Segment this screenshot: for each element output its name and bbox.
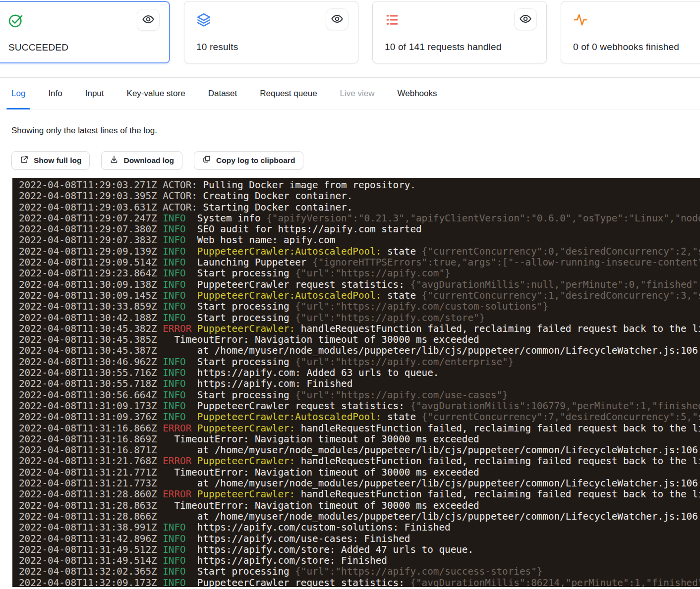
results-count-label: 10 results <box>196 42 238 53</box>
download-log-label: Download log <box>123 156 174 165</box>
pulse-icon <box>573 12 588 27</box>
log-line: 2022-04-08T11:29:03.271Z ACTOR: Pulling … <box>19 180 700 191</box>
tab-input[interactable]: Input <box>85 78 104 109</box>
log-level-info: INFO <box>163 257 185 268</box>
log-timestamp: 2022-04-08T11:29:23.864Z <box>19 268 163 279</box>
log-level-info: INFO <box>163 290 185 301</box>
log-text: handleRequestFunction failed, reclaiming… <box>295 423 700 434</box>
log-text: PuppeteerCrawler request statistics: <box>186 577 410 587</box>
log-line: 2022-04-08T11:30:55.718Z INFO https://ap… <box>19 378 700 389</box>
log-text: {"ignoreHTTPSErrors":true,"args":["--all… <box>312 257 700 268</box>
tab-dataset[interactable]: Dataset <box>208 78 237 109</box>
log-text: handleRequestFunction failed, reclaiming… <box>295 455 700 467</box>
log-text: PuppeteerCrawler: <box>191 323 295 334</box>
log-level-info: INFO <box>163 213 185 224</box>
log-text: TimeoutError: Navigation timeout of 3000… <box>163 433 479 445</box>
log-timestamp: 2022-04-08T11:31:21.773Z <box>19 478 163 489</box>
download-log-button[interactable]: Download log <box>101 151 182 170</box>
log-line: 2022-04-08T11:31:21.771Z TimeoutError: N… <box>19 467 700 478</box>
log-timestamp: 2022-04-08T11:29:03.395Z ACTOR: <box>19 190 203 202</box>
log-line: 2022-04-08T11:31:16.869Z TimeoutError: N… <box>19 434 700 445</box>
log-text: at /home/myuser/node_modules/puppeteer/l… <box>163 478 700 489</box>
log-timestamp: 2022-04-08T11:30:45.385Z <box>19 334 163 345</box>
log-line: 2022-04-08T11:32:02.365Z INFO Start proc… <box>19 566 700 577</box>
log-text: state <box>381 411 421 423</box>
external-link-icon <box>20 155 29 166</box>
log-timestamp: 2022-04-08T11:31:28.866Z <box>19 511 163 522</box>
log-notice: Showing only the latest lines of the log… <box>11 126 700 136</box>
log-output[interactable]: 2022-04-08T11:29:03.271Z ACTOR: Pulling … <box>12 178 700 587</box>
log-line: 2022-04-08T11:31:42.896Z INFO https://ap… <box>19 534 700 544</box>
tab-webhooks[interactable]: Webhooks <box>398 78 437 109</box>
log-timestamp: 2022-04-08T11:30:55.716Z <box>19 367 163 378</box>
card-requests: 10 of 141 requests handled <box>372 1 547 63</box>
log-text: {"currentConcurrency":1,"desiredConcurre… <box>422 290 700 301</box>
log-timestamp: 2022-04-08T11:31:16.871Z <box>19 444 163 456</box>
tab-live-view: Live view <box>340 78 375 109</box>
card-eye-button[interactable] <box>326 8 349 30</box>
log-level-info: INFO <box>163 411 185 423</box>
log-text: Start processing <box>186 312 295 323</box>
log-text: handleRequestFunction failed, reclaiming… <box>295 488 700 500</box>
log-text: Start processing <box>186 301 295 312</box>
log-actions: Show full log Download log Copy log to c… <box>11 151 700 170</box>
log-level-info: INFO <box>163 522 185 533</box>
log-level-info: INFO <box>163 367 185 378</box>
log-text: TimeoutError: Navigation timeout of 3000… <box>163 467 479 478</box>
log-text: at /home/myuser/node_modules/puppeteer/l… <box>163 511 700 522</box>
log-line: 2022-04-08T11:31:21.773Z at /home/myuser… <box>19 478 700 489</box>
log-text: https://apify.com: Added 63 urls to queu… <box>186 367 439 378</box>
check-circle-icon <box>8 13 23 28</box>
log-timestamp: 2022-04-08T11:30:33.859Z <box>19 301 163 312</box>
log-text: at /home/myuser/node_modules/puppeteer/l… <box>163 444 700 456</box>
log-text: TimeoutError: Navigation timeout of 3000… <box>163 334 479 345</box>
log-line: 2022-04-08T11:31:28.866Z at /home/myuser… <box>19 511 700 522</box>
copy-log-button[interactable]: Copy log to clipboard <box>194 151 303 170</box>
card-eye-button[interactable] <box>137 9 160 31</box>
log-line: 2022-04-08T11:31:09.376Z INFO PuppeteerC… <box>19 412 700 423</box>
log-line: 2022-04-08T11:30:45.385Z TimeoutError: N… <box>19 334 700 345</box>
log-text: System info <box>186 213 267 224</box>
log-line: 2022-04-08T11:30:55.716Z INFO https://ap… <box>19 368 700 378</box>
log-level-info: INFO <box>163 400 185 412</box>
log-text: https://apify.com/custom-solutions: Fini… <box>186 522 451 533</box>
list-icon <box>385 12 400 27</box>
log-level-info: INFO <box>163 544 185 555</box>
log-level-info: INFO <box>163 301 185 312</box>
log-timestamp: 2022-04-08T11:31:09.173Z <box>19 400 163 412</box>
log-text: Start processing <box>186 356 295 368</box>
eye-icon <box>142 13 155 27</box>
log-text: Creating Docker container. <box>203 190 352 202</box>
log-level-info: INFO <box>163 577 185 587</box>
card-eye-button[interactable] <box>514 8 537 30</box>
tab-info[interactable]: Info <box>48 78 62 109</box>
log-timestamp: 2022-04-08T11:30:45.387Z <box>19 345 163 356</box>
log-timestamp: 2022-04-08T11:31:49.514Z <box>19 555 163 566</box>
tab-log[interactable]: Log <box>11 78 25 109</box>
log-text: {"avgDurationMillis":null,"perMinute":0,… <box>410 279 700 290</box>
log-text: {"url":"https://apify.com/custom-solutio… <box>295 301 548 312</box>
tab-key-value-store[interactable]: Key-value store <box>127 78 185 109</box>
log-level-info: INFO <box>163 279 185 290</box>
tab-request-queue[interactable]: Request queue <box>260 78 317 109</box>
show-full-log-button[interactable]: Show full log <box>11 151 90 170</box>
card-results: 10 results <box>184 1 358 63</box>
log-line: 2022-04-08T11:31:28.863Z TimeoutError: N… <box>19 500 700 511</box>
log-timestamp: 2022-04-08T11:31:21.768Z <box>19 455 163 467</box>
log-line: 2022-04-08T11:30:42.188Z INFO Start proc… <box>19 313 700 323</box>
log-text: state <box>381 246 421 257</box>
requests-count-label: 10 of 141 requests handled <box>385 42 502 53</box>
log-text: https://apify.com/store: Finished <box>186 555 387 566</box>
log-line: 2022-04-08T11:29:07.383Z INFO Web host n… <box>19 235 700 246</box>
log-line: 2022-04-08T11:29:09.139Z INFO PuppeteerC… <box>19 246 700 257</box>
log-line: 2022-04-08T11:30:09.138Z INFO PuppeteerC… <box>19 279 700 290</box>
log-text: {"avgDurationMillis":106779,"perMinute":… <box>410 400 700 412</box>
log-text: https://apify.com/use-cases: Finished <box>186 533 410 544</box>
log-text: Start processing <box>186 389 295 401</box>
log-line: 2022-04-08T11:31:16.871Z at /home/myuser… <box>19 445 700 456</box>
log-text: {"currentConcurrency":0,"desiredConcurre… <box>422 246 700 257</box>
log-timestamp: 2022-04-08T11:31:09.376Z <box>19 411 163 423</box>
log-text: TimeoutError: Navigation timeout of 3000… <box>163 500 479 511</box>
log-level-error: ERROR <box>163 423 191 434</box>
log-level-info: INFO <box>163 356 185 368</box>
